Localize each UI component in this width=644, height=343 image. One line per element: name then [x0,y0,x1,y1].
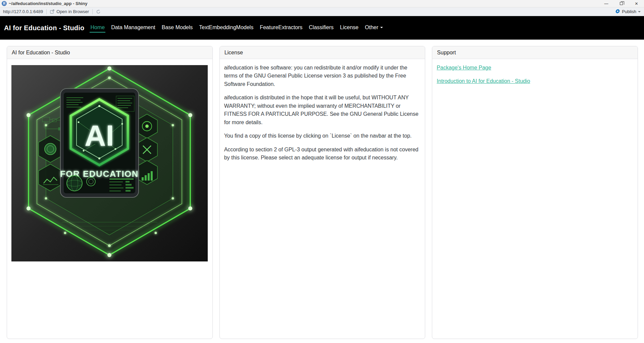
nav-item-classifiers[interactable]: Classifiers [308,23,334,33]
app-navbar: AI for Education - Studio Home Data Mana… [0,16,644,40]
license-paragraph: aifeducation is free software: you can r… [224,64,421,88]
card-support-title: Support [432,46,638,59]
window-titlebar: R ~/aifeducation/inst/studio_app - Shiny… [0,0,644,7]
open-in-browser-icon [50,9,55,14]
refresh-icon [96,9,101,14]
chevron-down-icon [380,27,383,28]
nav-item-other-dropdown[interactable]: Other [364,23,384,33]
nav-item-base-models[interactable]: Base Models [161,23,194,33]
refresh-button[interactable] [93,9,104,14]
navbar-nav: Home Data Management Base Models TextEmb… [90,23,384,33]
license-paragraph: aifeducation is distributed in the hope … [224,94,421,127]
app-artwork: AI FOR EDUCATION [7,59,212,261]
main-content: AI for Education - Studio [0,40,644,343]
artwork-ai-label: AI [85,119,114,152]
app-url: http://127.0.0.1:6489 [0,9,46,14]
nav-item-home[interactable]: Home [90,23,105,33]
publish-button[interactable]: Publish [615,9,644,15]
shiny-r-icon: R [2,1,7,6]
card-app-title: AI for Education - Studio [7,46,212,59]
link-package-home-page[interactable]: Package's Home Page [437,64,491,72]
ai-hexagon-artwork: AI FOR EDUCATION [11,65,208,261]
license-paragraph: According to section 2 of GPL-3 output g… [224,146,421,162]
link-introduction[interactable]: Introduction to AI for Education - Studi… [437,77,530,85]
open-in-browser-button[interactable]: Open in Browser [47,9,92,14]
viewer-toolbar: http://127.0.0.1:6489 Open in Browser [0,7,644,16]
card-support: Support Package's Home Page Introduction… [432,46,638,339]
nav-item-featureextractors[interactable]: FeatureExtractors [259,23,303,33]
card-app: AI for Education - Studio [7,46,213,339]
window-title: ~/aifeducation/inst/studio_app - Shiny [9,1,599,6]
publish-dropdown-caret[interactable] [638,11,641,12]
publish-label: Publish [622,9,636,14]
navbar-brand: AI for Education - Studio [4,24,84,32]
nav-item-data-management[interactable]: Data Management [110,23,156,33]
nav-item-license[interactable]: License [339,23,359,33]
open-in-browser-label: Open in Browser [56,9,89,14]
card-license-title: License [220,46,425,59]
restore-button[interactable] [614,0,629,7]
nav-item-textembeddingmodels[interactable]: TextEmbeddingModels [198,23,254,33]
license-paragraph: You find a copy of this license by click… [224,132,421,140]
support-links: Package's Home Page Introduction to AI f… [432,59,638,96]
card-license: License aifeducation is free software: y… [219,46,426,339]
publish-icon [615,9,620,15]
minimize-button[interactable]: — [599,0,614,7]
license-text: aifeducation is free software: you can r… [220,59,425,172]
restore-icon [620,2,623,5]
close-button[interactable]: ✕ [629,0,644,7]
